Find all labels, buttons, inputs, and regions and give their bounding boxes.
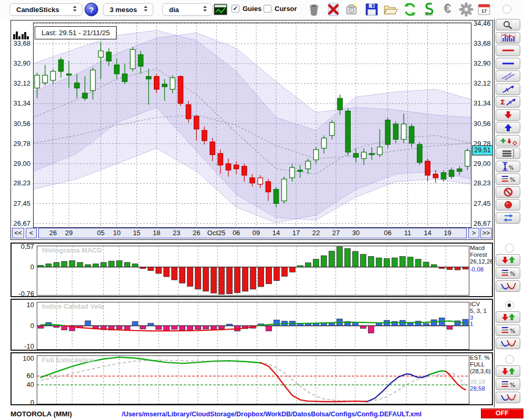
lines-percent-button[interactable]: % [496,324,520,336]
sigma-trend-button[interactable]: Σ [496,96,520,108]
lines-percent-button[interactable]: % [496,267,520,279]
save-button[interactable] [364,2,380,17]
last-price-label: Last: 29.51 - 21/11/25 [35,26,117,39]
euro-button[interactable]: € [440,2,456,17]
timeframe-value: dia [169,6,179,14]
lines-percent-icon: % [499,174,518,184]
axis-tick-label: 32,90 [472,59,493,67]
channel-button[interactable] [496,70,520,82]
macd-panel: 0,570-0,76 Histograma MACD Macd Forest 2… [10,243,493,297]
add-signal-button[interactable] [496,135,520,146]
icv-legend-line: 5, 3, 1 [470,308,493,314]
curve-style-icon [499,393,518,402]
axis-tick-label: 34,46 [472,20,493,27]
no-entry-button[interactable] [496,186,520,198]
indicator-chart-button[interactable] [496,32,520,44]
scroll-prev-button[interactable]: < [26,228,37,238]
macd-value: -0,08 [470,266,493,273]
off-button[interactable]: OFF [481,408,523,418]
icv-legend-line: ICV [470,301,493,308]
curve-style-button[interactable] [496,280,520,292]
icv-tool-group: % [496,301,523,351]
sidebar-divider [494,19,495,407]
euro-icon: € [445,2,452,16]
axis-tick-label: 27,45 [472,200,493,207]
axis-tick-label: 29,78 [11,140,32,148]
settings-button[interactable] [458,2,474,17]
chart-type-select[interactable]: CandleSticks [9,3,82,16]
updown-arrows-button[interactable] [496,311,520,323]
candlestick-plot[interactable] [33,23,471,228]
stoch-d-value: 39,18 [470,379,493,385]
trash-icon [306,2,322,17]
curve-style-button[interactable] [496,338,520,349]
chevron-updown-icon [142,5,149,14]
stoch-k-value: 28,58 [470,385,493,392]
macd-title: Histograma MACD [42,246,102,254]
guies-checkbox[interactable]: ✓ Guies [232,5,261,13]
stochastic-title: Full Estocástico [42,356,94,364]
drawing-tools-sidebar: Σ%% [496,19,523,225]
macd-legend-line: Forest [470,251,493,258]
updown-arrows-button[interactable] [496,254,520,266]
channel-icon [499,71,518,81]
help-glyph: ? [89,5,93,14]
stochastic-plot[interactable] [37,355,469,404]
refresh-icon [402,2,418,17]
lines-percent-button[interactable]: % [496,379,520,390]
updown-arrows-button[interactable] [496,365,520,377]
icv-panel-radio[interactable] [505,301,514,310]
cursor-checkbox[interactable]: Cursor [264,5,297,13]
updown-arrows-icon [499,255,518,265]
zoom-button[interactable] [496,19,520,30]
macd-panel-radio[interactable] [505,244,514,253]
swap-button[interactable] [496,212,520,224]
open-button[interactable] [383,2,398,17]
svg-text:%: % [509,165,514,171]
updown-arrows-icon [499,312,518,322]
config-path[interactable]: /Users/mserra/Library/CloudStorage/Dropb… [79,411,465,418]
chevron-updown-icon [202,5,208,14]
curve-style-button[interactable] [496,392,520,403]
curve-style-icon [499,281,518,291]
refresh-button[interactable] [402,2,418,17]
red-line-button[interactable] [496,45,520,56]
date-strip[interactable] [38,228,467,238]
down-arrow-button[interactable] [496,109,520,121]
axis-tick-label: -0,76 [12,290,36,297]
period-select[interactable]: 3 mesos [103,3,153,16]
svg-text:%: % [510,382,515,388]
record-button[interactable] [496,199,520,211]
top-right-radio[interactable] [502,5,511,14]
zoom-icon [499,20,518,29]
stoch-legend-line: (28,3,6) [470,368,493,375]
trash-button[interactable] [306,2,322,17]
calendar-button[interactable]: 17 [476,2,492,17]
up-arrow-button[interactable] [496,122,520,133]
snapshot-button[interactable] [344,2,360,17]
svg-text:%: % [510,176,515,183]
blue-line-button[interactable] [496,58,520,69]
lines-percent-button[interactable]: % [496,173,520,185]
trend-line-button[interactable] [496,83,520,95]
stoch-panel-radio[interactable] [505,355,514,364]
scroll-last-button[interactable]: >> [480,228,492,238]
mini-chart-button[interactable] [214,4,227,15]
red-line-icon [499,46,518,55]
stoch-legend-line: FULL [470,361,493,368]
scroll-first-button[interactable]: << [12,228,24,238]
axis-tick-label: 30,56 [472,120,493,128]
timeframe-select[interactable]: dia [162,3,213,16]
list-lines-button[interactable] [496,148,520,159]
delete-button[interactable] [326,2,341,17]
sync-button[interactable] [421,2,437,17]
axis-tick-label: 32,12 [472,79,493,87]
cursor-label: Cursor [275,5,297,13]
chart-type-value: CandleSticks [16,6,59,14]
measure-percent-button[interactable]: % [496,161,520,172]
svg-text:Σ: Σ [500,98,505,106]
camera-icon [344,2,360,17]
help-button[interactable]: ? [85,3,98,16]
scroll-next-button[interactable]: > [468,228,479,238]
chevron-updown-icon [71,5,78,14]
